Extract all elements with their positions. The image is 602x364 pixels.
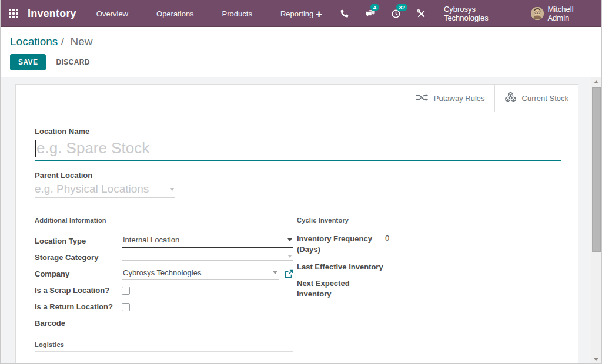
- user-menu[interactable]: Mitchell Admin: [531, 5, 592, 22]
- inventory-frequency-row: Inventory Frequency (Days): [297, 232, 533, 255]
- next-expected-inventory-label: Next Expected Inventory: [297, 276, 384, 302]
- location-type-select[interactable]: Internal Location: [122, 234, 293, 248]
- storage-category-select[interactable]: [122, 254, 293, 261]
- company-row: Company Cybrosys Technologies: [35, 265, 293, 282]
- right-column: Cyclic Inventory Inventory Frequency (Da…: [297, 217, 533, 364]
- storage-category-row: Storage Category: [35, 249, 293, 265]
- app-name[interactable]: Inventory: [28, 8, 76, 20]
- vertical-scrollbar[interactable]: [591, 77, 601, 364]
- odoo-inventory-new-location-page: { "colors": { "navbar": "#714B67", "badg…: [0, 0, 602, 364]
- scrap-location-row: Is a Scrap Location?: [35, 282, 293, 298]
- return-location-label: Is a Return Location?: [35, 301, 122, 312]
- current-stock-label: Current Stock: [522, 94, 568, 103]
- company-label: Company: [35, 268, 122, 279]
- removal-strategy-row: Removal Strategy: [35, 357, 293, 364]
- activity-clock-icon[interactable]: 32: [390, 8, 402, 19]
- apps-grid-icon[interactable]: [9, 9, 18, 18]
- control-panel: Locations / New SAVE DISCARD: [1, 27, 601, 77]
- return-location-row: Is a Return Location?: [35, 298, 293, 315]
- cubes-icon: [504, 92, 517, 105]
- company-switcher[interactable]: Cybrosys Technologies: [444, 5, 517, 22]
- user-name: Mitchell Admin: [547, 5, 592, 22]
- menu-reporting[interactable]: Reporting: [280, 9, 313, 18]
- shuffle-icon: [416, 93, 429, 104]
- location-type-label: Location Type: [35, 235, 122, 247]
- plus-icon[interactable]: +: [313, 8, 325, 19]
- next-expected-inventory-row: Next Expected Inventory: [297, 276, 533, 302]
- inventory-frequency-input[interactable]: [384, 232, 533, 245]
- top-navbar: Inventory Overview Operations Products R…: [1, 0, 601, 27]
- menu-products[interactable]: Products: [222, 9, 252, 18]
- save-button[interactable]: SAVE: [10, 54, 46, 70]
- scrollbar-thumb[interactable]: [592, 87, 601, 252]
- barcode-input[interactable]: [122, 316, 293, 329]
- putaway-rules-button[interactable]: Putaway Rules: [406, 85, 494, 112]
- storage-category-label: Storage Category: [35, 251, 122, 263]
- parent-location-input[interactable]: [35, 183, 166, 196]
- section-cyclic-inventory: Cyclic Inventory: [297, 217, 533, 227]
- developer-tools-icon[interactable]: [416, 8, 427, 19]
- left-column: Additional Information Location Type Int…: [35, 217, 293, 364]
- return-location-checkbox[interactable]: [122, 303, 130, 311]
- text-cursor: [35, 140, 36, 157]
- section-logistics: Logistics: [35, 341, 293, 352]
- putaway-rules-label: Putaway Rules: [434, 94, 485, 103]
- breadcrumb: Locations / New: [10, 35, 592, 48]
- scrap-location-checkbox[interactable]: [122, 287, 130, 295]
- location-name-group: Location Name: [35, 127, 560, 161]
- barcode-label: Barcode: [35, 317, 122, 329]
- message-count-badge: 4: [370, 4, 379, 11]
- phone-icon[interactable]: [339, 8, 350, 19]
- barcode-row: Barcode: [35, 315, 293, 331]
- discard-button[interactable]: DISCARD: [56, 58, 89, 66]
- scroll-up-arrow-icon[interactable]: [594, 80, 598, 83]
- current-stock-button[interactable]: Current Stock: [494, 85, 578, 112]
- company-external-link-icon[interactable]: [285, 269, 293, 278]
- chevron-down-icon: [273, 271, 277, 274]
- form-sheet: Putaway Rules Current Stock: [15, 84, 578, 364]
- chevron-down-icon: [287, 255, 292, 258]
- activity-count-badge: 32: [396, 4, 408, 11]
- chevron-down-icon: [170, 188, 175, 191]
- user-avatar: [531, 7, 544, 20]
- menu-operations[interactable]: Operations: [156, 9, 194, 18]
- inventory-frequency-label: Inventory Frequency (Days): [297, 232, 384, 255]
- menu-overview[interactable]: Overview: [96, 9, 128, 18]
- navbar-systray: + 4 32: [313, 5, 592, 22]
- scroll-down-arrow-icon[interactable]: [594, 358, 598, 361]
- location-name-input[interactable]: [35, 139, 561, 161]
- removal-strategy-label: Removal Strategy: [35, 359, 122, 364]
- control-panel-buttons: SAVE DISCARD: [10, 54, 592, 70]
- stat-button-box: Putaway Rules Current Stock: [16, 85, 578, 112]
- parent-location-label: Parent Location: [35, 171, 560, 180]
- company-select[interactable]: Cybrosys Technologies: [122, 267, 279, 280]
- main-menu: Overview Operations Products Reporting: [96, 9, 313, 18]
- sheet-body: Location Name Parent Location Additiona: [16, 112, 578, 364]
- breadcrumb-separator: /: [61, 35, 64, 48]
- parent-location-select[interactable]: [35, 183, 175, 198]
- parent-location-group: Parent Location: [35, 171, 560, 198]
- breadcrumb-locations-link[interactable]: Locations: [10, 35, 58, 48]
- scrap-location-label: Is a Scrap Location?: [35, 284, 122, 296]
- content-area: Putaway Rules Current Stock: [1, 77, 601, 364]
- last-effective-inventory-label: Last Effective Inventory: [297, 259, 384, 275]
- section-additional-information: Additional Information: [35, 217, 293, 227]
- chevron-down-icon: [287, 238, 292, 241]
- chat-messages-icon[interactable]: 4: [364, 8, 376, 19]
- location-type-row: Location Type Internal Location: [35, 232, 293, 249]
- form-columns: Additional Information Location Type Int…: [35, 217, 560, 364]
- last-effective-inventory-row: Last Effective Inventory: [297, 259, 533, 276]
- location-name-label: Location Name: [35, 127, 560, 136]
